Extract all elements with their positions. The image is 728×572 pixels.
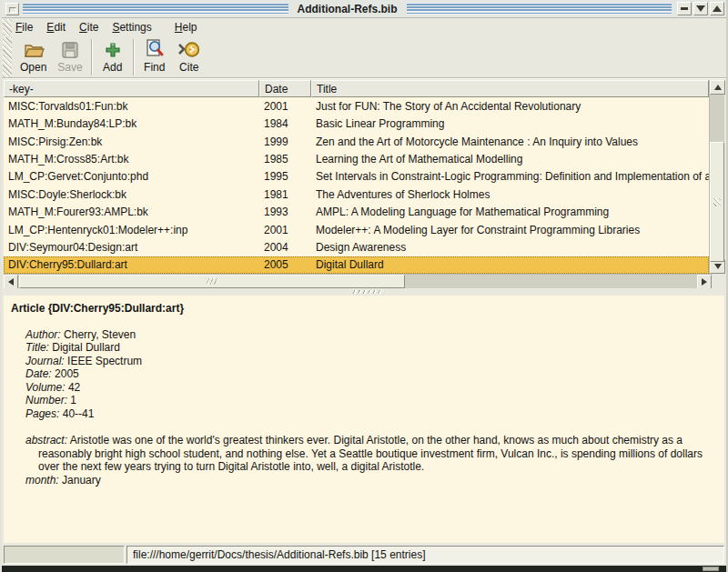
table-row[interactable]: MISC:Torvalds01:Fun:bk2001Just for FUN: …: [4, 97, 709, 115]
vertical-scrollbar-thumb[interactable]: [710, 142, 724, 262]
table-row[interactable]: LM_CP:Gervet:Conjunto:phd1995Set Interva…: [4, 168, 709, 186]
toolbar-separator: [91, 39, 93, 75]
column-header-key[interactable]: -key-: [4, 80, 259, 97]
vertical-scrollbar[interactable]: [709, 80, 724, 274]
horizontal-scrollbar-track[interactable]: [18, 275, 697, 288]
column-header-date[interactable]: Date: [259, 80, 311, 97]
table-row[interactable]: MISC:Pirsig:Zen:bk1999Zen and the Art of…: [4, 133, 709, 150]
save-floppy-icon: [60, 40, 80, 60]
field-month: month: January: [4, 474, 724, 487]
toolbar-separator: [133, 39, 135, 75]
field-pages: Pages: 40--41: [25, 407, 724, 421]
titlebar-stripes-left: [23, 3, 288, 15]
menubar-grip-handle[interactable]: [3, 19, 12, 35]
column-header-title[interactable]: Title: [311, 80, 709, 97]
table-row[interactable]: MATH_M:Fourer93:AMPL:bk1993AMPL: A Model…: [4, 203, 709, 220]
field-number: Number: 1: [25, 394, 724, 407]
entry-header: Article {DIV:Cherry95:Dullard:art}: [4, 296, 724, 316]
resize-grip-handle[interactable]: [703, 567, 719, 571]
scroll-right-button[interactable]: [697, 275, 712, 289]
table-row-selected[interactable]: DIV:Cherry95:Dullard:art2005Digital Dull…: [4, 256, 709, 274]
scroll-up-button[interactable]: [710, 80, 725, 95]
horizontal-scrollbar[interactable]: [4, 274, 712, 288]
cite-label: Cite: [179, 61, 198, 74]
menu-help[interactable]: Help: [174, 19, 198, 35]
scroll-left-button[interactable]: [4, 275, 18, 289]
field-volume: Volume: 42: [25, 381, 724, 395]
field-title: Title: Digital Dullard: [25, 341, 724, 355]
toolbar-grip-handle[interactable]: [3, 37, 12, 77]
open-label: Open: [20, 61, 46, 74]
minimize-icon: [681, 7, 688, 10]
menu-settings[interactable]: Settings: [111, 19, 152, 35]
save-button[interactable]: Save: [53, 37, 86, 77]
status-message: file:///home/gerrit/Docs/thesis/Addition…: [126, 546, 724, 564]
toolbar: Open Save Add: [2, 36, 726, 79]
arrow-right-icon: [702, 278, 707, 286]
arrow-down-icon: [714, 264, 722, 269]
window-bottom-edge: [2, 566, 726, 572]
window-menu-button[interactable]: [5, 3, 19, 15]
status-progress-box: [4, 546, 125, 564]
vertical-scrollbar-track[interactable]: [710, 95, 724, 259]
arrow-left-icon: [8, 278, 14, 286]
find-button[interactable]: Find: [138, 37, 171, 77]
table-row[interactable]: LM_CP:Hentenryck01:Modeler++:inp2001Mode…: [4, 221, 709, 238]
save-label: Save: [57, 61, 82, 74]
find-magnifier-icon: [145, 38, 165, 60]
thumb-grip-icon: [713, 198, 721, 206]
open-folder-icon: [23, 40, 45, 60]
table-body: MISC:Torvalds01:Fun:bk2001Just for FUN: …: [4, 97, 709, 274]
reference-list: -key- Date Title MISC:Torvalds01:Fun:bk2…: [4, 80, 724, 274]
pane-splitter[interactable]: [2, 288, 726, 296]
field-author: Author: Cherry, Steven: [25, 328, 724, 342]
cite-button[interactable]: Cite: [173, 37, 206, 77]
table-row[interactable]: MISC:Doyle:Sherlock:bk1981The Adventures…: [4, 186, 709, 203]
shade-button[interactable]: [693, 2, 708, 15]
menu-cite[interactable]: Cite: [78, 19, 99, 35]
entry-detail-panel: Article {DIV:Cherry95:Dullard:art} Autho…: [4, 296, 724, 543]
triangle-up-icon: [713, 5, 722, 12]
field-date: Date: 2005: [25, 367, 724, 381]
cite-chevrons-icon: [177, 40, 201, 60]
table-row[interactable]: MATH_M:Cross85:Art:bk1985Learning the Ar…: [4, 150, 709, 167]
maximize-button[interactable]: [710, 2, 724, 15]
entry-fields: Author: Cherry, Steven Title: Digital Du…: [4, 316, 724, 421]
splitter-grip-icon: [352, 290, 383, 294]
window-title: Additional-Refs.bib: [288, 3, 407, 15]
table-header-row: -key- Date Title: [4, 80, 709, 97]
menu-edit[interactable]: Edit: [46, 19, 66, 35]
titlebar[interactable]: Additional-Refs.bib: [2, 0, 726, 18]
horizontal-scrollbar-thumb[interactable]: [19, 275, 405, 288]
triangle-down-icon: [696, 5, 705, 12]
table-row[interactable]: DIV:Seymour04:Design:art2004Design Aware…: [4, 238, 709, 256]
add-button[interactable]: Add: [96, 37, 129, 77]
titlebar-stripes-right: [407, 3, 672, 15]
thumb-grip-icon: [207, 278, 217, 285]
menu-file[interactable]: File: [15, 19, 34, 35]
field-journal: Journal: IEEE Spectrum: [25, 355, 724, 368]
add-label: Add: [103, 61, 122, 74]
arrow-up-icon: [714, 85, 722, 90]
status-bar: file:///home/gerrit/Docs/thesis/Addition…: [2, 543, 726, 566]
table-row[interactable]: MATH_M:Bunday84:LP:bk1984Basic Linear Pr…: [4, 115, 709, 132]
open-button[interactable]: Open: [15, 37, 51, 77]
menubar: File Edit Cite Settings Help: [2, 18, 726, 36]
app-window: Additional-Refs.bib File Edit Cite Setti…: [0, 0, 728, 572]
add-plus-icon: [104, 40, 122, 60]
field-abstract: abstract: Aristotle was one of the world…: [4, 420, 724, 474]
find-label: Find: [144, 61, 165, 74]
minimize-button[interactable]: [677, 2, 692, 15]
